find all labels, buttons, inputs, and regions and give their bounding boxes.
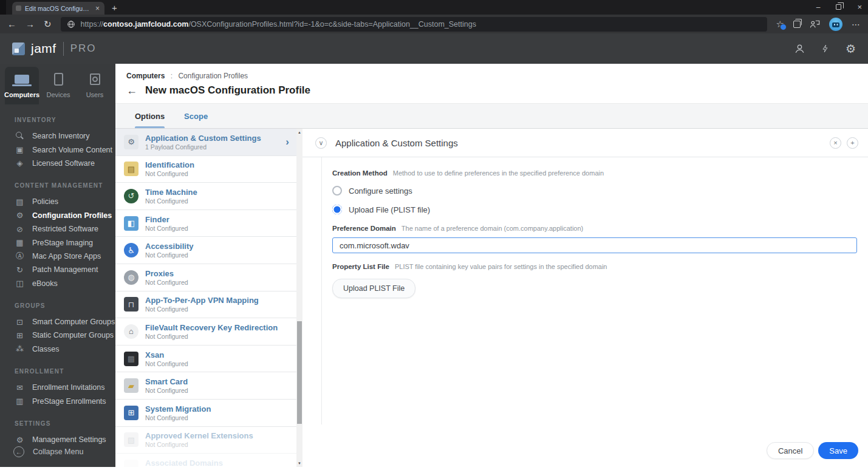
- settings-gear-icon[interactable]: ⚙: [846, 43, 856, 55]
- payload-label: App-To-Per-App VPN Mapping: [145, 296, 259, 305]
- account-icon[interactable]: [794, 43, 805, 55]
- payload-scrollbar[interactable]: ▲ ▼: [296, 129, 302, 467]
- upload-plist-button[interactable]: Upload PLIST File: [332, 279, 415, 298]
- payload-label: Accessibility: [145, 242, 194, 251]
- save-button[interactable]: Save: [818, 442, 858, 459]
- sidebar-tab-users[interactable]: Users: [78, 67, 112, 104]
- sidebar-item-label: eBooks: [32, 279, 58, 288]
- sidebar-item[interactable]: ⚙ Configuration Profiles: [15, 209, 115, 222]
- section-title-groups: GROUPS: [15, 302, 115, 309]
- browser-tab-bar: Edit macOS Configuration Profile × + – ×: [0, 0, 868, 15]
- sidebar-item[interactable]: ✉ Enrollment Invitations: [15, 381, 115, 394]
- payload-row[interactable]: ▤ Identification Not Configured: [115, 156, 296, 183]
- panel-collapse-chevron-icon[interactable]: ∨: [315, 137, 327, 149]
- preference-domain-input[interactable]: [332, 237, 857, 253]
- feedback-person-icon[interactable]: [810, 19, 820, 29]
- collapse-menu-button[interactable]: ← Collapse Menu: [13, 446, 83, 457]
- sidebar-item[interactable]: Ⓐ Mac App Store Apps: [15, 250, 115, 263]
- payload-row[interactable]: ◒ Associated Domains Not Configured: [115, 454, 296, 467]
- sidebar-item-label: Smart Computer Groups: [32, 318, 115, 326]
- accessibility-icon: ♿: [124, 243, 138, 257]
- remove-payload-button[interactable]: ×: [830, 137, 841, 149]
- payload-label: Proxies: [145, 269, 188, 278]
- sidebar-tab-computers[interactable]: Computers: [5, 67, 39, 104]
- tab-options[interactable]: Options: [135, 104, 165, 128]
- sidebar-item[interactable]: ▦ PreStage Imaging: [15, 236, 115, 249]
- payload-label: Xsan: [145, 350, 188, 359]
- url-bar[interactable]: https://contoso.jamfcloud.com/OSXConfigu…: [61, 17, 767, 32]
- sidebar-item[interactable]: ▣ Search Volume Content: [15, 143, 115, 156]
- back-button[interactable]: ←: [7, 19, 16, 29]
- sidebar-item[interactable]: ⊞ Static Computer Groups: [15, 329, 115, 342]
- cancel-button[interactable]: Cancel: [767, 442, 814, 459]
- page-header: Computers : Configuration Profiles ← New…: [115, 64, 868, 103]
- browser-tab[interactable]: Edit macOS Configuration Profile ×: [12, 2, 104, 15]
- payload-row[interactable]: ⌂ FileVault Recovery Key Redirection Not…: [115, 318, 296, 346]
- payload-label: Application & Custom Settings: [145, 134, 261, 143]
- payload-row[interactable]: ▩ Xsan Not Configured: [115, 346, 296, 373]
- back-arrow-icon[interactable]: ←: [126, 85, 137, 96]
- sidebar-item[interactable]: ◈ Licensed Software: [15, 157, 115, 170]
- window-restore-button[interactable]: [836, 4, 841, 10]
- sidebar-item-label: Configuration Profiles: [32, 211, 112, 220]
- payload-row[interactable]: ♿ Accessibility Not Configured: [115, 237, 296, 264]
- payload-row[interactable]: ⊓ App-To-Per-App VPN Mapping Not Configu…: [115, 291, 296, 319]
- sidebar-item[interactable]: Search Inventory: [15, 129, 115, 143]
- payload-row[interactable]: ◧ Finder Not Configured: [115, 210, 296, 237]
- profile-avatar[interactable]: [829, 18, 842, 31]
- app-custom-settings-icon: ⚙: [124, 135, 138, 149]
- breadcrumb-configuration-profiles[interactable]: Configuration Profiles: [178, 72, 248, 80]
- sidebar-item[interactable]: ▥ PreStage Enrollments: [15, 394, 115, 407]
- sidebar-item[interactable]: ↻ Patch Management: [15, 263, 115, 276]
- sidebar-item[interactable]: ▤ Policies: [15, 195, 115, 208]
- filevault-icon: ⌂: [124, 324, 138, 339]
- sidebar-item[interactable]: ⊡ Smart Computer Groups: [15, 315, 115, 329]
- payload-row[interactable]: ▰ Smart Card Not Configured: [115, 372, 296, 400]
- sidebar-tab-devices[interactable]: Devices: [41, 67, 75, 104]
- payload-row[interactable]: ↺ Time Machine Not Configured: [115, 183, 296, 210]
- creation-method-label: Creation Method: [332, 169, 388, 177]
- sidebar-item[interactable]: ⁂ Classes: [15, 342, 115, 356]
- breadcrumb-computers[interactable]: Computers: [126, 72, 165, 80]
- sidebar-item[interactable]: ◫ eBooks: [15, 277, 115, 290]
- payload-row[interactable]: ⊞ System Migration Not Configured: [115, 400, 296, 427]
- payload-row[interactable]: ◍ Proxies Not Configured: [115, 264, 296, 291]
- tab-scope[interactable]: Scope: [184, 104, 208, 128]
- collections-icon[interactable]: [793, 21, 801, 28]
- scroll-up-arrow[interactable]: ▲: [296, 131, 302, 134]
- payload-status: Not Configured: [145, 251, 194, 259]
- globe-icon: [67, 20, 75, 29]
- sidebar-item-label: Static Computer Groups: [32, 331, 114, 339]
- sidebar-item-label: Licensed Software: [32, 159, 95, 168]
- sidebar-item-label: Enrollment Invitations: [32, 383, 105, 392]
- favorites-star-icon[interactable]: ☆: [776, 19, 784, 30]
- radio-selected-icon[interactable]: [332, 205, 342, 214]
- radio-upload-file[interactable]: Upload File (PLIST file): [332, 205, 857, 214]
- scrollbar-thumb[interactable]: [297, 321, 302, 424]
- forward-button[interactable]: →: [26, 19, 35, 29]
- tab-close-icon[interactable]: ×: [94, 5, 101, 12]
- payload-status: Not Configured: [145, 279, 188, 286]
- radio-configure-settings[interactable]: Configure settings: [332, 186, 857, 196]
- browser-menu-button[interactable]: ⋯: [852, 19, 861, 29]
- window-close-button[interactable]: ×: [857, 2, 862, 12]
- window-minimize-button[interactable]: –: [816, 3, 821, 12]
- radio-unselected-icon[interactable]: [332, 186, 342, 196]
- add-payload-button[interactable]: +: [847, 137, 858, 149]
- sidebar-item[interactable]: ⚙ Management Settings: [15, 433, 115, 446]
- payload-label: Identification: [145, 160, 194, 169]
- payload-label: Time Machine: [145, 188, 197, 197]
- scroll-down-arrow[interactable]: ▼: [296, 461, 302, 465]
- payload-row[interactable]: ⚙ Application & Custom Settings 1 Payloa…: [115, 129, 296, 156]
- section-title-inventory: INVENTORY: [15, 117, 115, 123]
- sidebar-item[interactable]: ⊘ Restricted Software: [15, 222, 115, 236]
- payload-detail-panel: ∨ Application & Custom Settings × + Crea…: [302, 129, 868, 467]
- actions-bolt-icon[interactable]: [821, 43, 830, 54]
- new-tab-button[interactable]: +: [112, 3, 117, 12]
- payload-row[interactable]: ▧ Approved Kernel Extensions Not Configu…: [115, 427, 296, 454]
- creation-method-description: Method to use to define preferences in t…: [393, 169, 604, 177]
- finder-icon: ◧: [124, 216, 138, 231]
- patch-management-icon: ↻: [15, 265, 25, 274]
- collapse-arrow-icon: ←: [13, 446, 24, 457]
- refresh-button[interactable]: ↻: [44, 19, 52, 29]
